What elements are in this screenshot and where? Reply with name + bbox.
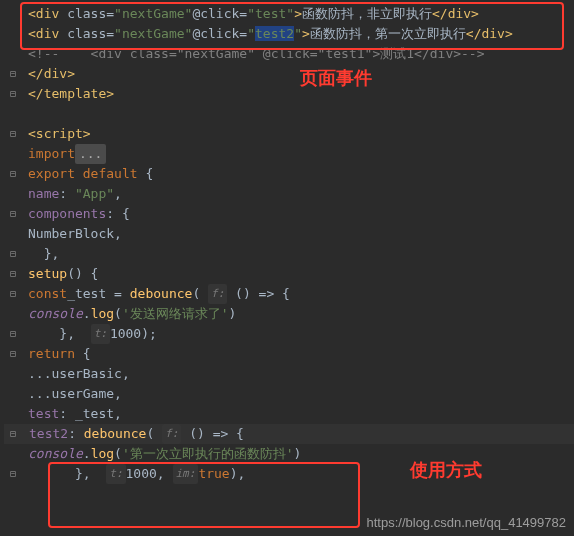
code-line: ⊟ return {: [4, 344, 574, 364]
fold-icon[interactable]: ⊟: [4, 64, 22, 84]
code-line: ⊟ }, t: 1000);: [4, 324, 574, 344]
code-line: <div class="nextGame" @click="test2">函数防…: [4, 24, 574, 44]
code-line: ⊟ components: {: [4, 204, 574, 224]
code-line: ⊟ setup() {: [4, 264, 574, 284]
fold-icon[interactable]: ⊟: [4, 424, 22, 444]
code-editor[interactable]: <div class="nextGame" @click="test">函数防抖…: [0, 0, 574, 484]
fold-icon[interactable]: ⊟: [4, 284, 22, 304]
code-line: ⊟<script>: [4, 124, 574, 144]
fold-icon[interactable]: ⊟: [4, 124, 22, 144]
code-line: <!-- <div class="nextGame" @click="test1…: [4, 44, 574, 64]
code-line: ...userBasic,: [4, 364, 574, 384]
code-line: ⊟ }, t: 1000, im: true),: [4, 464, 574, 484]
code-line: <div class="nextGame" @click="test">函数防抖…: [4, 4, 574, 24]
fold-icon[interactable]: ⊟: [4, 164, 22, 184]
code-line: ⊟</template>: [4, 84, 574, 104]
code-line: NumberBlock,: [4, 224, 574, 244]
fold-icon[interactable]: ⊟: [4, 264, 22, 284]
fold-icon[interactable]: ⊟: [4, 244, 22, 264]
fold-icon[interactable]: ⊟: [4, 344, 22, 364]
code-line: ⊟ const _test = debounce( f: () => {: [4, 284, 574, 304]
code-line: ⊟ },: [4, 244, 574, 264]
code-line: ⊟ test2: debounce( f: () => {: [4, 424, 574, 444]
code-line: [4, 104, 574, 124]
code-line: ⊟export default {: [4, 164, 574, 184]
fold-icon[interactable]: ⊟: [4, 84, 22, 104]
fold-icon[interactable]: ⊟: [4, 204, 22, 224]
code-line: import ...: [4, 144, 574, 164]
fold-icon[interactable]: ⊟: [4, 464, 22, 484]
watermark: https://blog.csdn.net/qq_41499782: [367, 515, 567, 530]
code-line: console.log('第一次立即执行的函数防抖'): [4, 444, 574, 464]
code-line: console.log('发送网络请求了'): [4, 304, 574, 324]
code-line: ...userGame,: [4, 384, 574, 404]
folded-code[interactable]: ...: [75, 144, 106, 164]
code-line: test: _test,: [4, 404, 574, 424]
code-line: ⊟ </div>: [4, 64, 574, 84]
annotation-bottom: 使用方式: [410, 458, 482, 482]
annotation-top: 页面事件: [300, 66, 372, 90]
fold-icon[interactable]: ⊟: [4, 324, 22, 344]
code-line: name: "App",: [4, 184, 574, 204]
